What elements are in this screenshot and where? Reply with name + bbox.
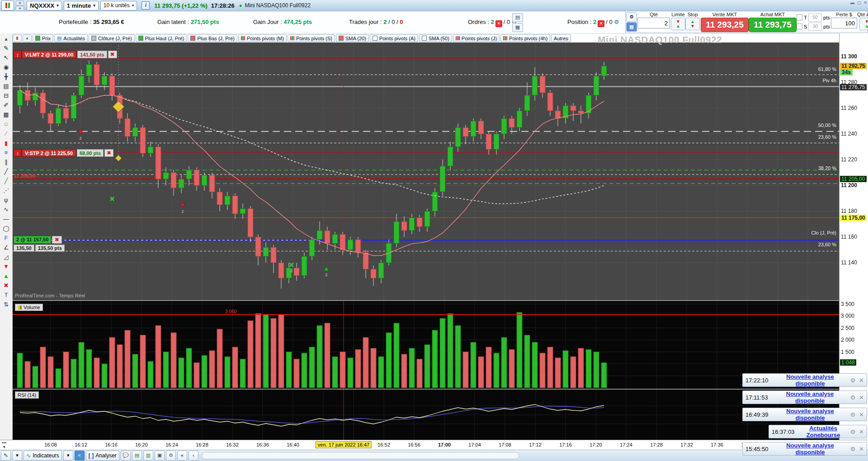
delete-all-tool-icon[interactable]: ✖ (1, 281, 12, 291)
notification-close-icon[interactable]: ✕ (859, 377, 864, 384)
buy-marker-tool-icon[interactable]: ▲ (1, 272, 12, 281)
max-loss-input[interactable] (831, 18, 857, 28)
notification-settings-icon[interactable]: ⚙ (850, 428, 855, 435)
notification-close-icon[interactable]: ✕ (859, 446, 864, 452)
sell-marker-tool-icon[interactable]: ▼ (1, 262, 12, 272)
buy-market-button[interactable]: 11 293,75 (749, 18, 797, 32)
delete-tool-icon[interactable]: ⊟ (1, 91, 12, 101)
drag-handle-icon[interactable]: ↕ (14, 149, 22, 157)
indicator-tab-cl-ture-j-pr-[interactable]: Clôture (J, Pré) (89, 34, 135, 42)
indicator-tab-actualit-s[interactable]: ▤Actualités (54, 34, 88, 42)
indicator-tab-points-pivots-m-[interactable]: Points pivots (M) (238, 34, 287, 42)
notification-close-icon[interactable]: ✕ (859, 428, 864, 435)
volume-pane-label[interactable]: Volume (15, 304, 43, 311)
limit-order-button[interactable]: ▼▲ (671, 18, 685, 30)
minimize-icon[interactable]: ▬ (850, 0, 854, 5)
instrument-selector[interactable]: NQXXXX▾ (27, 1, 62, 10)
indicators-button[interactable]: ∿ Indicateurs (24, 451, 62, 461)
move-tool-icon[interactable]: ╋ (1, 72, 12, 82)
indicator-tab-plus-bas-j-pr-[interactable]: Plus Bas (J, Pré) (188, 34, 237, 42)
pencil-tool-icon[interactable]: ✎ (1, 44, 12, 53)
panel-settings-icon[interactable]: ⚙ (626, 12, 637, 22)
collapse-left-icon[interactable]: « (177, 451, 187, 461)
qty-auto-button[interactable]: ▼▲ (859, 18, 868, 30)
notification-close-icon[interactable]: ✕ (859, 411, 864, 418)
parallel-lines-tool-icon[interactable]: ∥ (1, 158, 12, 167)
indicator-tab-points-pivots-4h-[interactable]: Points pivots (4h) (500, 34, 550, 42)
notification-settings-icon[interactable]: ⚙ (850, 446, 855, 452)
order-arrow-icon[interactable]: ▲ (23, 34, 32, 42)
hline-tool-icon[interactable]: — (1, 215, 12, 224)
news-icon[interactable]: ▤ (132, 451, 142, 461)
ruler-tool-icon[interactable]: ∕ (1, 129, 12, 139)
notification-settings-icon[interactable]: ⚙ (850, 377, 855, 384)
indicators-dropdown[interactable]: ▾ (63, 451, 73, 461)
notification-link[interactable]: Actualités Zonebourse (800, 425, 847, 438)
order-book-icon[interactable]: ▤ (512, 13, 523, 22)
units-selector[interactable]: 10 k unités▾ (100, 1, 137, 10)
indicator-tab-points-pivots-j-[interactable]: Points pivots (J) (453, 34, 500, 42)
fibonacci-tool-icon[interactable]: ≡ (1, 148, 12, 158)
position-settings-icon[interactable]: ⚙ (614, 19, 619, 25)
keypad-icon[interactable]: ▦ (512, 23, 523, 32)
cancel-order-icon[interactable]: ✖ (108, 51, 117, 58)
angle-tool-icon[interactable]: ∠ (1, 243, 12, 253)
wave-tool-icon[interactable]: ∿ (1, 205, 12, 215)
draw-dropdown[interactable]: ▾ (12, 451, 22, 461)
brush-tool-icon[interactable]: ✐ (1, 101, 12, 110)
notification-link[interactable]: Nouvelle analyse disponible (774, 408, 847, 421)
indicator-tab-sma-50-[interactable]: SMA (50) (419, 34, 452, 42)
indicator-tab-plus-haut-j-pr-[interactable]: Plus Haut (J, Pré) (136, 34, 187, 42)
chart-canvas[interactable]: 3 0602222 (13, 42, 839, 440)
scroll-left-icon[interactable]: ‹ (189, 451, 198, 461)
keyboard-entry-icon[interactable]: ▦ (626, 22, 637, 32)
notification-link[interactable]: Nouvelle analyse disponible (774, 442, 847, 456)
info-icon[interactable]: i (142, 1, 150, 9)
sell-stop-order-label[interactable]: ↕ V:STP 2 @ 11 225,50 68,00 pts ✖ (14, 149, 113, 157)
analyze-button[interactable]: [ ] Analyser (86, 451, 119, 461)
stoploss-pts-input[interactable] (808, 23, 822, 31)
chart-window-icon[interactable]: ▣ (155, 451, 165, 461)
timeframe-selector[interactable]: 1 minute▾ (64, 1, 99, 10)
drag-handle-icon[interactable]: ↕ (14, 51, 22, 58)
quantity-input[interactable] (637, 18, 670, 28)
rectangle-tool-icon[interactable]: ▮ (1, 139, 12, 148)
scroll-up-icon[interactable]: ▴ (1, 34, 12, 44)
rsi-pane-label[interactable]: RSI (14) (15, 391, 39, 399)
cancel-orders-icon[interactable]: ✕ (495, 20, 502, 27)
close-position-icon[interactable]: ✕ (598, 20, 604, 27)
indicator-tab-prix[interactable]: Prix (33, 34, 53, 42)
maximize-icon[interactable]: ▢ (857, 0, 861, 5)
cancel-order-icon[interactable]: ✖ (104, 149, 113, 157)
indicator-tab-points-pivots-a-[interactable]: Points pivots (A) (370, 34, 418, 42)
link-windows-buttons[interactable]: ◉ ◉ (16, 0, 24, 11)
indicator-tab-points-pivots-s-[interactable]: Points pivots (S) (288, 34, 335, 42)
chart-scrollbar[interactable] (202, 452, 519, 459)
stop-order-button[interactable]: ▲▼ (685, 18, 700, 30)
close-icon[interactable]: ✕ (863, 0, 867, 5)
share-icon[interactable]: < (75, 451, 85, 461)
quick-draw-button[interactable]: ✎ (1, 451, 11, 461)
notification-close-icon[interactable]: ✕ (859, 394, 864, 401)
notification-settings-icon[interactable]: ⚙ (850, 411, 855, 418)
target-checkbox[interactable] (797, 14, 802, 20)
axis-menu-icon[interactable]: •••▾ (2, 441, 7, 449)
tools-icon[interactable]: ⚙ (166, 451, 176, 461)
price-history-icon[interactable]: ▮ (13, 34, 22, 42)
trendline-tool-icon[interactable]: ╱ (1, 167, 12, 177)
time-axis[interactable]: •••▾ ven. 17 juin 2022 16:47 16:0816:121… (0, 440, 868, 450)
anchor-tool-icon[interactable]: ⇅ (1, 300, 12, 310)
stoploss-checkbox[interactable] (797, 24, 802, 29)
zoom-tool-icon[interactable]: ◉ (1, 63, 12, 72)
text-tool-icon[interactable]: T (1, 291, 12, 300)
expand-tool-icon[interactable]: ◿ (1, 253, 12, 262)
indicator-tab-sma-20-[interactable]: SMA (20) (336, 34, 369, 42)
position-label[interactable]: 2 @ 11 157,50 ✖ (14, 236, 62, 244)
emoticon-tool-icon[interactable]: ☺ (1, 120, 12, 129)
sell-market-button[interactable]: 11 293,25 (701, 18, 749, 32)
ellipse-tool-icon[interactable]: ◯ (1, 224, 12, 234)
chat-icon[interactable]: 💬 (121, 451, 131, 461)
market-depth-icon[interactable]: ▥ (143, 451, 153, 461)
notification-link[interactable]: Nouvelle analyse disponible (774, 373, 847, 387)
trendline-green-tool-icon[interactable]: ╱ (1, 177, 12, 186)
